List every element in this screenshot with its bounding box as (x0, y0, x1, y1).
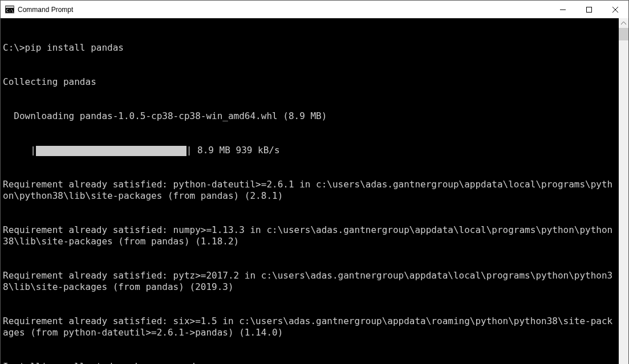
output-line: Requirement already satisfied: six>=1.5 … (3, 316, 616, 338)
window-title: Command Prompt (18, 6, 73, 14)
titlebar[interactable]: C:\ Command Prompt (1, 1, 628, 18)
command-text: pip install pandas (25, 42, 124, 53)
svg-rect-4 (587, 7, 592, 12)
progress-prefix: | (3, 145, 36, 156)
svg-text:C:\: C:\ (6, 9, 14, 13)
terminal-output[interactable]: C:\>pip install pandas Collecting pandas… (1, 18, 619, 364)
output-line: Requirement already satisfied: python-da… (3, 179, 616, 202)
window-controls (550, 1, 628, 18)
svg-rect-1 (6, 6, 14, 8)
vertical-scrollbar[interactable] (619, 18, 628, 364)
output-line: Installing collected packages: pandas (3, 361, 616, 364)
prompt-line: C:\>pip install pandas (3, 42, 616, 54)
progress-line: || 8.9 MB 939 kB/s (3, 145, 616, 156)
maximize-button[interactable] (576, 1, 602, 18)
prompt: C:\> (3, 42, 25, 53)
output-line: Collecting pandas (3, 76, 616, 88)
output-line: Downloading pandas-1.0.5-cp38-cp38-win_a… (3, 111, 616, 122)
terminal-area: C:\>pip install pandas Collecting pandas… (1, 18, 628, 364)
progress-suffix: | 8.9 MB 939 kB/s (186, 145, 280, 156)
output-line: Requirement already satisfied: numpy>=1.… (3, 224, 616, 247)
scroll-thumb[interactable] (619, 28, 628, 40)
minimize-button[interactable] (550, 1, 576, 18)
close-button[interactable] (602, 1, 628, 18)
scroll-up-button[interactable] (619, 18, 628, 28)
output-line: Requirement already satisfied: pytz>=201… (3, 270, 616, 293)
progress-bar (36, 145, 186, 156)
progress-bar-fill (36, 146, 186, 156)
cmd-icon: C:\ (5, 5, 14, 14)
window: C:\ Command Prompt C:\>pip install panda… (0, 0, 629, 364)
